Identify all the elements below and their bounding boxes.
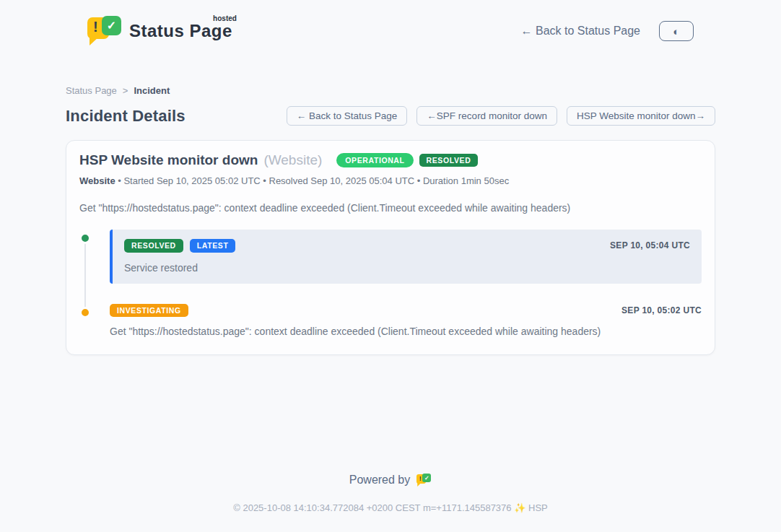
exclamation-icon: ! [93,19,98,34]
logo-bubble-tail [90,36,100,45]
brand-text: Status Page [129,21,232,40]
latest-badge: LATEST [190,239,236,253]
header-actions: ← Back to Status Page ◐ [521,21,694,41]
theme-toggle-button[interactable]: ◐ [659,21,694,41]
incident-card: HSP Website monitor down (Website) OPERA… [66,140,715,355]
logo-bubble-tail [417,482,422,487]
operational-badge: OPERATIONAL [336,153,413,168]
timeline-dot-green [79,232,91,244]
incident-description: Get "https://hostedstatus.page": context… [79,202,702,214]
title-row: Incident Details ← Back to Status Page ←… [66,106,715,126]
incident-meta-component: Website [79,175,115,186]
copyright-line: © 2025-10-08 14:10:34.772084 +0200 CEST … [0,502,781,513]
timeline-entry-card: RESOLVED LATEST SEP 10, 05:04 UTC Servic… [110,230,702,284]
exclamation-icon: ! [419,476,422,482]
timeline-dot-orange [79,307,91,318]
powered-by-label: Powered by [349,474,411,487]
page-title: Incident Details [66,107,186,126]
next-incident-button[interactable]: HSP Website monitor down→ [567,106,715,126]
incident-nav-buttons: ← Back to Status Page ←SPF record monito… [287,106,715,126]
timeline-message: Get "https://hostedstatus.page": context… [110,326,702,337]
timeline-entry-header: RESOLVED LATEST SEP 10, 05:04 UTC [124,239,690,253]
incident-title-row: HSP Website monitor down (Website) OPERA… [79,152,702,168]
brand-name: Status Page hosted [129,21,232,41]
checkmark-icon: ✓ [102,16,121,35]
breadcrumb-separator: > [123,85,128,96]
logo: ! ✓ Status Page hosted [87,15,232,47]
checkmark-icon: ✓ [422,474,431,482]
footer: Powered by ! ✓ © 2025-10-08 14:10:34.772… [0,473,781,513]
breadcrumb: Status Page > Incident [66,85,715,96]
timeline-entry-header: INVESTIGATING SEP 10, 05:02 UTC [110,304,702,318]
breadcrumb-current: Incident [134,85,170,96]
breadcrumb-root[interactable]: Status Page [66,85,117,96]
half-moon-icon: ◐ [673,26,679,37]
timeline-connector-line [84,241,86,310]
header: ! ✓ Status Page hosted ← Back to Status … [0,0,781,51]
main-content: Status Page > Incident Incident Details … [66,85,715,355]
status-page-logo-icon: ! ✓ [87,15,122,47]
timeline-timestamp: SEP 10, 05:04 UTC [610,240,690,250]
investigating-badge: INVESTIGATING [110,304,188,318]
powered-by: Powered by ! ✓ [0,473,781,487]
back-to-status-page-button[interactable]: ← Back to Status Page [287,106,408,126]
incident-title: HSP Website monitor down [79,152,258,168]
timeline-message: Service restored [124,262,690,274]
incident-meta: Website • Started Sep 10, 2025 05:02 UTC… [79,175,702,186]
timeline-timestamp: SEP 10, 05:02 UTC [621,305,702,315]
incident-timeline: RESOLVED LATEST SEP 10, 05:04 UTC Servic… [79,230,702,337]
incident-component: (Website) [263,152,322,168]
timeline-entry-investigating: INVESTIGATING SEP 10, 05:02 UTC Get "htt… [110,304,702,338]
timeline-entry-resolved: RESOLVED LATEST SEP 10, 05:04 UTC Servic… [110,230,702,284]
prev-incident-button[interactable]: ←SPF record monitor down [416,106,557,126]
resolved-badge: RESOLVED [124,239,183,253]
incident-meta-details: • Started Sep 10, 2025 05:02 UTC • Resol… [115,175,510,186]
resolved-badge: RESOLVED [419,154,479,167]
brand-superscript: hosted [213,14,237,22]
status-page-mini-logo-icon: ! ✓ [416,473,432,487]
back-to-status-page-link[interactable]: ← Back to Status Page [521,25,640,38]
